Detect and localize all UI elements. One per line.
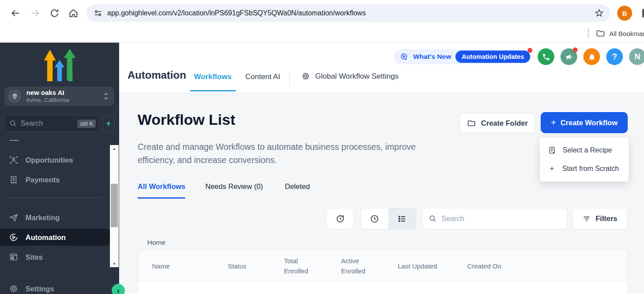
all-bookmarks-label: All Bookmarks [609, 30, 644, 37]
browser-menu-icon[interactable] [642, 9, 644, 18]
workflow-search-input[interactable] [441, 214, 561, 223]
bookmarks-divider [588, 28, 589, 38]
menu-item-label: Start from Scratch [562, 165, 619, 173]
folder-icon [467, 119, 476, 128]
sidebar-collapse-button[interactable]: ‹ [112, 284, 125, 294]
search-icon [9, 120, 17, 127]
column-header-last-updated[interactable]: Last Updated [398, 261, 437, 271]
page-title: Automation [127, 69, 186, 81]
sidebar-item-label: Sites [25, 253, 43, 261]
breadcrumb-home[interactable]: Home [147, 239, 165, 247]
sidebar-item-label: Settings [25, 285, 54, 293]
bookmarks-folder-icon [596, 29, 605, 38]
plus-icon: + [551, 118, 556, 128]
recipe-icon [548, 146, 557, 155]
create-folder-button[interactable]: Create Folder [459, 113, 535, 133]
quick-actions-button[interactable] [102, 115, 115, 132]
create-folder-label: Create Folder [481, 119, 528, 127]
global-workflow-settings-label: Global Workflow Settings [315, 72, 399, 81]
browser-reload-icon[interactable] [49, 8, 60, 18]
column-header-active-enrolled[interactable]: Active Enrolled [341, 256, 369, 276]
sidebar-item-marketing[interactable]: Marketing [0, 209, 110, 226]
sites-icon [9, 252, 18, 262]
list-icon [397, 214, 408, 224]
url-text[interactable]: app.gohighlevel.com/v2/location/lnPS691g… [107, 9, 366, 17]
list-view-button[interactable] [389, 208, 416, 229]
filters-button[interactable]: Filters [572, 208, 627, 229]
tab-workflows[interactable]: Workflows [194, 73, 232, 81]
workflow-table: Name Status Total Enrolled Active Enroll… [138, 250, 628, 294]
column-header-created-on[interactable]: Created On [467, 261, 502, 271]
sidebar-divider [8, 197, 102, 198]
scroll-down-arrow[interactable]: ▼ [110, 260, 119, 267]
global-workflow-settings[interactable]: Global Workflow Settings [301, 72, 399, 81]
sidebar-item-payments[interactable]: Payments [0, 171, 110, 188]
bell-icon [588, 53, 596, 61]
sidebar-scrollbar[interactable]: ▲ ▼ [110, 145, 119, 267]
user-avatar[interactable]: N [629, 48, 644, 65]
workflow-search[interactable] [422, 208, 568, 229]
phone-icon [542, 53, 550, 61]
logo-arrow-blue [55, 60, 65, 81]
announcements-button[interactable] [560, 48, 577, 65]
megaphone-icon [565, 53, 573, 61]
column-header-status[interactable]: Status [228, 261, 247, 271]
logo-arrow-green-foot [67, 71, 73, 81]
help-button[interactable]: ? [606, 48, 623, 65]
whats-new-label: What's New [413, 53, 451, 61]
account-switcher[interactable]: new oaks AI Irvine, California [4, 87, 114, 106]
opportunities-icon [9, 155, 18, 165]
automation-updates-badge[interactable]: Automation Updates [455, 51, 530, 63]
workflow-list-title: Workflow List [138, 111, 235, 128]
create-workflow-button[interactable]: + Create Workflow [541, 112, 628, 133]
sidebar-item-sites[interactable]: Sites [0, 249, 110, 265]
sidebar-item-automation[interactable]: Automation [0, 229, 110, 246]
bookmark-star-icon[interactable] [594, 8, 604, 18]
browser-chrome: app.gohighlevel.com/v2/location/lnPS691g… [0, 0, 644, 43]
scroll-up-arrow[interactable]: ▲ [110, 145, 119, 152]
recent-view-button[interactable] [361, 208, 389, 229]
sidebar-search[interactable]: ctrl K [4, 115, 99, 132]
sidebar-item-label: Payments [25, 176, 60, 184]
view-toggle [360, 208, 416, 229]
sidebar-item-opportunities[interactable]: Opportunities [0, 152, 110, 168]
tab-deleted[interactable]: Deleted [285, 182, 310, 191]
browser-profile-avatar[interactable]: B [617, 6, 632, 21]
enrollment-history-button[interactable] [326, 208, 354, 229]
tab-needs-review[interactable]: Needs Review (0) [205, 182, 263, 191]
filter-icon [582, 214, 591, 223]
all-bookmarks[interactable]: All Bookmarks [596, 28, 644, 39]
filters-label: Filters [596, 214, 618, 223]
notification-dot [573, 47, 578, 52]
browser-home-icon[interactable] [68, 8, 79, 18]
partial-scrolled-item [9, 140, 19, 141]
column-header-total-enrolled[interactable]: Total Enrolled [284, 256, 312, 276]
logo-arrow-yellow [44, 50, 56, 81]
gear-icon [301, 72, 310, 81]
active-subtab-underline [138, 197, 185, 199]
sidebar-item-settings[interactable]: Settings [0, 280, 110, 294]
payments-icon [9, 175, 18, 185]
menu-item-start-from-scratch[interactable]: + Start from Scratch [540, 160, 629, 178]
whats-new-pill[interactable]: What's New Automation Updates [394, 49, 531, 64]
sidebar-item-label: Opportunities [25, 156, 73, 164]
menu-item-select-recipe[interactable]: Select a Recipe [540, 141, 629, 160]
shortcut-badge: ctrl K [77, 120, 96, 128]
notifications-button[interactable] [583, 48, 600, 65]
browser-forward-icon[interactable] [30, 8, 40, 18]
url-bar[interactable]: app.gohighlevel.com/v2/location/lnPS691g… [86, 4, 610, 22]
notification-dot [528, 48, 532, 53]
sidebar-search-input[interactable] [21, 120, 77, 127]
sidebar: new oaks AI Irvine, California ctrl K Op… [0, 43, 119, 294]
clock-icon [369, 214, 380, 224]
site-settings-icon[interactable] [93, 8, 103, 18]
header-divider [289, 72, 290, 87]
scrollbar-thumb[interactable] [111, 184, 118, 227]
sidebar-item-label: Marketing [25, 214, 60, 222]
tab-all-workflows[interactable]: All Workflows [138, 182, 186, 191]
phone-button[interactable] [538, 48, 554, 65]
workflow-list-description: Create and manage Workflows to automate … [138, 140, 450, 167]
tab-content-ai[interactable]: Content AI [245, 73, 280, 81]
column-header-name[interactable]: Name [152, 261, 170, 271]
browser-back-icon[interactable] [10, 8, 21, 18]
